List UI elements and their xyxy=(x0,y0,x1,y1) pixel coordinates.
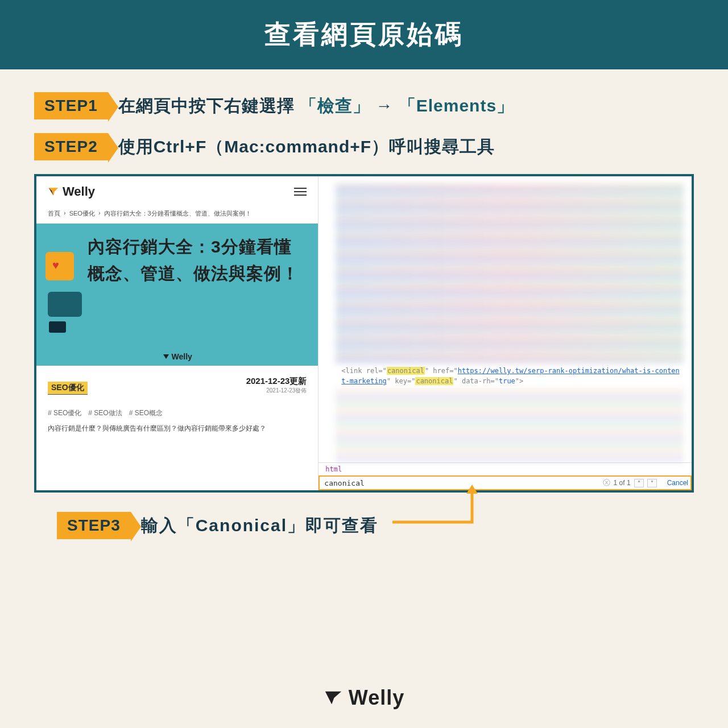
devtools-search-bar: canonical ⓧ 1 of 1 ˄ ˅ Cancel xyxy=(318,475,692,490)
date-published: 2021-12-23發佈 xyxy=(246,387,307,395)
meta-row: SEO優化 2021-12-23更新 2021-12-23發佈 xyxy=(36,366,318,398)
hero-banner: ♥ 內容行銷大全：3分鐘看懂概念、管道、做法與案例！ Welly xyxy=(36,224,318,366)
step-3-tag: STEP3 xyxy=(57,512,131,539)
welly-logo-icon xyxy=(48,186,59,197)
page-title: 查看網頁原始碼 xyxy=(264,19,464,49)
page-title-banner: 查看網頁原始碼 xyxy=(0,0,728,69)
step-2-text: 使用Ctrl+F（Mac:command+F）呼叫搜尋工具 xyxy=(118,135,495,159)
article-desc: 內容行銷是什麼？與傳統廣告有什麼區別？做內容行銷能帶來多少好處？ xyxy=(36,420,318,437)
mobile-brand[interactable]: Welly xyxy=(48,184,95,199)
steps-section: STEP1 在網頁中按下右鍵選擇 「檢查」 → 「Elements」 STEP2… xyxy=(0,69,728,160)
step-1-tag: STEP1 xyxy=(34,92,108,119)
search-input[interactable]: canonical xyxy=(324,479,599,487)
step-2-tag: STEP2 xyxy=(34,133,108,160)
clear-icon[interactable]: ⓧ xyxy=(603,478,610,488)
step-1-row: STEP1 在網頁中按下右鍵選擇 「檢查」 → 「Elements」 xyxy=(34,92,694,119)
step-3-text: 輸入「Canonical」即可查看 xyxy=(141,514,378,537)
welly-logo-icon xyxy=(324,688,343,708)
seo-badge[interactable]: SEO優化 xyxy=(48,382,88,395)
hamburger-icon[interactable] xyxy=(294,188,307,196)
step-1-text: 在網頁中按下右鍵選擇 「檢查」 → 「Elements」 xyxy=(118,94,514,118)
html-crumb[interactable]: html xyxy=(318,462,692,475)
article-title: 內容行銷大全：3分鐘看懂概念、管道、做法與案例！ xyxy=(88,234,308,287)
step-3-row: STEP3 輸入「Canonical」即可查看 xyxy=(57,512,728,539)
article-tags: # SEO優化 # SEO做法 # SEO概念 xyxy=(36,398,318,420)
screenshot-frame: Welly 首頁› SEO優化› 內容行銷大全：3分鐘看懂概念、管道、做法與案例… xyxy=(34,174,694,493)
breadcrumb: 首頁› SEO優化› 內容行銷大全：3分鐘看懂概念、管道、做法與案例！ xyxy=(36,205,318,224)
cancel-button[interactable]: Cancel xyxy=(667,479,688,487)
blurred-code-top xyxy=(336,183,684,363)
footer-brand: Welly xyxy=(0,686,728,710)
mobile-header: Welly xyxy=(36,176,318,205)
blurred-code-bottom xyxy=(336,388,684,462)
step-2-row: STEP2 使用Ctrl+F（Mac:command+F）呼叫搜尋工具 xyxy=(34,133,694,160)
hero-brand: Welly xyxy=(36,352,318,361)
next-match-button[interactable]: ˅ xyxy=(647,479,657,487)
prev-match-button[interactable]: ˄ xyxy=(634,479,644,487)
search-count: 1 of 1 xyxy=(614,479,631,487)
mobile-preview: Welly 首頁› SEO優化› 內容行銷大全：3分鐘看懂概念、管道、做法與案例… xyxy=(36,176,318,490)
canonical-code-line: <link rel="canonical" href="https://well… xyxy=(318,363,692,388)
heart-icon: ♥ xyxy=(52,259,59,272)
welly-logo-icon xyxy=(163,353,169,360)
date-updated: 2021-12-23更新 xyxy=(246,376,307,387)
devtools-panel: <link rel="canonical" href="https://well… xyxy=(318,176,692,490)
